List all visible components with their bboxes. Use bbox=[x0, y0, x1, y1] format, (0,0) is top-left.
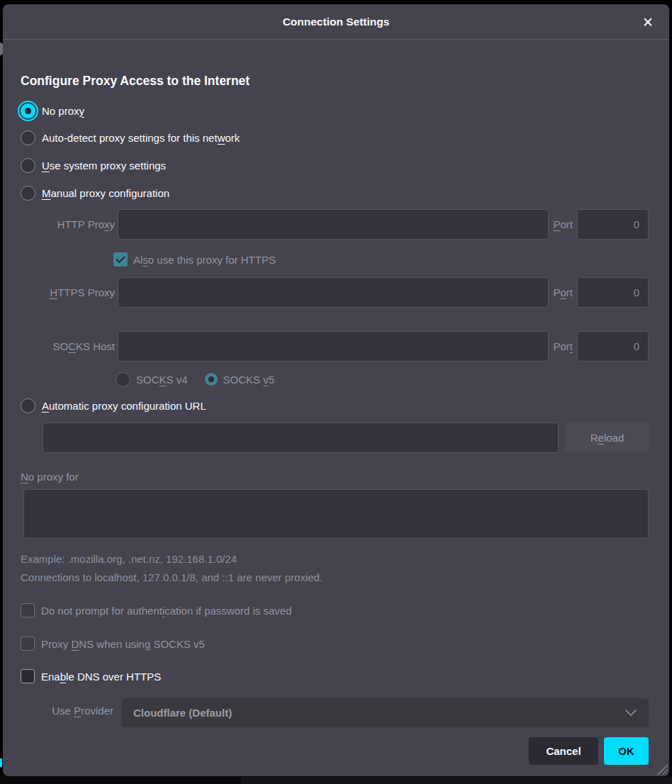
checkbox-label-enable-doh[interactable]: Enable DNS over HTTPS bbox=[41, 671, 161, 683]
checkbox-label-share-proxy[interactable]: Also use this proxy for HTTPS bbox=[133, 254, 276, 266]
radio-label-socks-v5[interactable]: SOCKS v5 bbox=[223, 374, 275, 386]
https-proxy-input[interactable] bbox=[118, 277, 549, 308]
radio-label-no-proxy[interactable]: No proxy bbox=[42, 105, 84, 117]
radio-row-system-proxy[interactable]: Use system proxy settings bbox=[21, 157, 166, 174]
provider-dropdown[interactable]: Cloudflare (Default) bbox=[122, 698, 649, 727]
page-behind-dialog bbox=[0, 775, 672, 784]
http-proxy-input[interactable] bbox=[118, 209, 549, 240]
radio-label-auto-url[interactable]: Automatic proxy configuration URL bbox=[42, 400, 206, 412]
provider-selected-value: Cloudflare (Default) bbox=[133, 707, 625, 719]
reload-button[interactable]: Reload bbox=[565, 423, 649, 452]
radio-label-manual-proxy[interactable]: Manual proxy configuration bbox=[42, 187, 169, 199]
dialog-titlebar: Connection Settings ✕ bbox=[3, 4, 669, 40]
radio-no-proxy[interactable] bbox=[21, 103, 35, 118]
share-proxy-row[interactable]: Also use this proxy for HTTPS bbox=[113, 252, 276, 267]
socks-port-input[interactable] bbox=[577, 331, 649, 362]
no-prompt-auth-row[interactable]: Do not prompt for authentication if pass… bbox=[21, 603, 292, 618]
page-title: Configure Proxy Access to the Internet bbox=[21, 74, 250, 89]
page-behind-element bbox=[241, 777, 672, 784]
checkbox-label-no-prompt-auth[interactable]: Do not prompt for authentication if pass… bbox=[41, 605, 292, 617]
proxy-dns-row[interactable]: Proxy DNS when using SOCKS v5 bbox=[21, 636, 205, 651]
radio-label-socks-v4[interactable]: SOCKS v4 bbox=[136, 374, 188, 386]
enable-doh-row[interactable]: Enable DNS over HTTPS bbox=[21, 668, 161, 684]
close-icon: ✕ bbox=[642, 14, 654, 30]
socks-host-label: SOCKS Host bbox=[21, 340, 115, 352]
provider-label: Use Provider bbox=[21, 705, 113, 717]
radio-auto-url[interactable] bbox=[21, 398, 35, 413]
socks-version-row: SOCKS v4 SOCKS v5 bbox=[116, 371, 274, 388]
no-proxy-for-label: No proxy for bbox=[21, 468, 79, 485]
radio-row-manual-proxy[interactable]: Manual proxy configuration bbox=[21, 184, 169, 201]
dialog-button-row: Cancel OK bbox=[529, 737, 649, 765]
checkbox-no-prompt-auth[interactable] bbox=[21, 603, 35, 617]
checkbox-share-proxy[interactable] bbox=[113, 252, 128, 267]
https-port-input[interactable] bbox=[577, 277, 649, 308]
http-proxy-row: HTTP Proxy Port bbox=[21, 209, 649, 240]
radio-row-auto-detect[interactable]: Auto-detect proxy settings for this netw… bbox=[21, 129, 240, 146]
resize-grip[interactable] bbox=[656, 763, 668, 775]
http-proxy-label: HTTP Proxy bbox=[21, 218, 115, 230]
http-port-input[interactable] bbox=[577, 209, 649, 240]
close-button[interactable]: ✕ bbox=[638, 12, 658, 32]
radio-socks-v5[interactable] bbox=[205, 373, 218, 386]
checkbox-enable-doh[interactable] bbox=[21, 669, 35, 683]
https-proxy-label: HTTPS Proxy bbox=[21, 286, 115, 298]
radio-label-auto-detect[interactable]: Auto-detect proxy settings for this netw… bbox=[42, 132, 240, 144]
checkbox-proxy-dns[interactable] bbox=[21, 637, 35, 651]
radio-socks-v4[interactable] bbox=[116, 372, 130, 387]
dialog-title: Connection Settings bbox=[3, 4, 669, 39]
socks-port-label: Port bbox=[553, 340, 573, 352]
no-proxy-for-textarea[interactable] bbox=[23, 489, 649, 539]
radio-manual-proxy[interactable] bbox=[21, 186, 35, 201]
auto-url-input[interactable] bbox=[43, 422, 559, 453]
ok-button[interactable]: OK bbox=[604, 737, 649, 765]
radio-auto-detect[interactable] bbox=[21, 130, 35, 145]
background-page-artifact-accent bbox=[0, 758, 2, 767]
cancel-button[interactable]: Cancel bbox=[529, 737, 598, 765]
https-proxy-row: HTTPS Proxy Port bbox=[21, 277, 649, 308]
socks-host-input[interactable] bbox=[118, 331, 549, 362]
radio-system-proxy[interactable] bbox=[21, 158, 35, 173]
checkbox-label-proxy-dns[interactable]: Proxy DNS when using SOCKS v5 bbox=[41, 638, 205, 650]
socks-host-row: SOCKS Host Port bbox=[21, 331, 649, 362]
chevron-down-icon bbox=[625, 709, 637, 717]
https-port-label: Port bbox=[553, 286, 573, 298]
radio-row-auto-url[interactable]: Automatic proxy configuration URL bbox=[21, 397, 206, 414]
localhost-note-text: Connections to localhost, 127.0.0.1/8, a… bbox=[21, 569, 323, 586]
radio-label-system-proxy[interactable]: Use system proxy settings bbox=[42, 159, 166, 172]
http-port-label: Port bbox=[553, 218, 573, 230]
connection-settings-dialog: Connection Settings ✕ Configure Proxy Ac… bbox=[3, 4, 669, 776]
radio-row-no-proxy[interactable]: No proxy bbox=[21, 102, 84, 119]
no-proxy-example-text: Example: .mozilla.org, .net.nz, 192.168.… bbox=[21, 550, 237, 567]
